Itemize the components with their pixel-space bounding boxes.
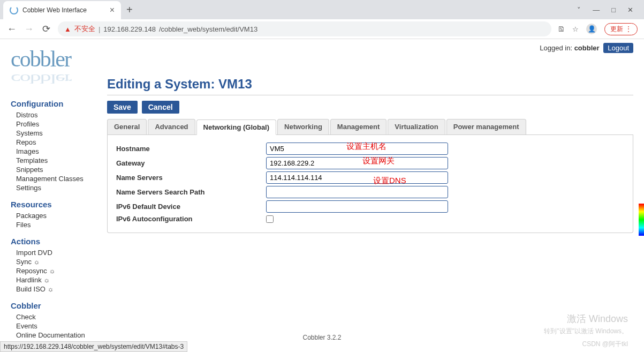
sidebar-item-settings[interactable]: Settings: [11, 183, 102, 192]
sidebar-item-reposync[interactable]: Reposync ☼: [11, 266, 102, 275]
watermark-csdn: CSDN @阿干tkl: [582, 340, 628, 349]
annotation-hostname: 设置主机名: [346, 141, 387, 152]
logo: cobbler: [11, 48, 102, 70]
color-bar-decoration: [639, 204, 644, 236]
login-info: Logged in: cobbler Logout: [540, 44, 633, 52]
divider: [107, 95, 633, 95]
tab-general[interactable]: General: [107, 119, 147, 134]
sidebar-item-repos[interactable]: Repos: [11, 138, 102, 147]
sidebar-item-distros[interactable]: Distros: [11, 110, 102, 119]
translate-icon[interactable]: 🖻: [558, 25, 565, 33]
sidebar-heading-configuration: Configuration: [11, 99, 102, 108]
logout-button[interactable]: Logout: [603, 43, 633, 53]
watermark-activate-sub: 转到"设置"以激活 Windows。: [544, 327, 628, 336]
tab-advanced[interactable]: Advanced: [148, 119, 195, 134]
security-warning: 不安全: [74, 24, 95, 34]
tab-management[interactable]: Management: [330, 119, 387, 134]
logged-in-label: Logged in:: [540, 44, 574, 52]
cancel-button[interactable]: Cancel: [142, 101, 179, 114]
ns-search-input[interactable]: [266, 186, 448, 198]
gateway-input[interactable]: [266, 157, 448, 169]
sidebar-heading-resources: Resources: [11, 200, 102, 209]
tab-title: Cobbler Web Interface: [22, 6, 105, 14]
sidebar-item-templates[interactable]: Templates: [11, 156, 102, 165]
save-button[interactable]: Save: [107, 101, 138, 114]
favicon-icon: [10, 6, 18, 14]
profile-avatar-icon[interactable]: 👤: [586, 24, 597, 34]
sidebar-heading-actions: Actions: [11, 237, 102, 246]
reload-button[interactable]: ⟳: [41, 23, 51, 35]
sidebar-item-events[interactable]: Events: [11, 321, 102, 331]
update-button[interactable]: 更新⋮: [604, 23, 638, 35]
hostname-label: Hostname: [116, 145, 266, 153]
status-bar: https://192.168.229.148/cobbler_web/syst…: [0, 341, 187, 352]
sidebar-item-sync[interactable]: Sync ☼: [11, 257, 102, 266]
name-servers-label: Name Servers: [116, 174, 266, 182]
tab-networking-global[interactable]: Networking (Global): [196, 119, 277, 135]
url-host: 192.168.229.148: [103, 25, 156, 33]
sidebar-item-systems[interactable]: Systems: [11, 129, 102, 138]
sidebar: cobbler cobbler Configuration Distros Pr…: [11, 44, 102, 341]
tab-close-icon[interactable]: ×: [110, 5, 115, 15]
ipv6-autoconf-checkbox[interactable]: [266, 215, 274, 223]
url-path: /cobbler_web/system/edit/VM13: [159, 25, 257, 33]
ns-search-label: Name Servers Search Path: [116, 188, 266, 196]
tab-networking[interactable]: Networking: [277, 119, 329, 134]
page-title: Editing a System: VM13: [107, 77, 633, 92]
browser-tab[interactable]: Cobbler Web Interface ×: [3, 1, 121, 19]
tab-power-management[interactable]: Power management: [446, 119, 526, 134]
window-close-icon[interactable]: ✕: [627, 6, 633, 14]
logo-reflection: cobbler: [11, 71, 102, 87]
sidebar-item-check[interactable]: Check: [11, 312, 102, 321]
bookmark-icon[interactable]: ☆: [572, 25, 579, 33]
sidebar-item-snippets[interactable]: Snippets: [11, 165, 102, 174]
watermark-activate: 激活 Windows: [567, 312, 628, 325]
warning-icon: ▲: [64, 25, 71, 33]
username: cobbler: [574, 44, 600, 52]
tab-virtualization[interactable]: Virtualization: [388, 119, 445, 134]
main-content: Editing a System: VM13 Save Cancel Gener…: [102, 44, 633, 341]
window-minimize-icon[interactable]: —: [593, 6, 600, 14]
ipv6-default-input[interactable]: [266, 200, 448, 213]
tabs: General Advanced Networking (Global) Net…: [107, 119, 633, 135]
tab-bar: Cobbler Web Interface × + ˅ — □ ✕: [0, 0, 644, 19]
name-servers-input[interactable]: [266, 171, 448, 184]
annotation-gateway: 设置网关: [362, 156, 395, 166]
window-controls: ˅ — □ ✕: [577, 6, 644, 14]
forward-button[interactable]: →: [24, 24, 34, 35]
window-maximize-icon[interactable]: □: [611, 6, 616, 14]
sidebar-item-build-iso[interactable]: Build ISO ☼: [11, 284, 102, 294]
annotation-dns: 设置DNS: [373, 176, 406, 186]
url-field[interactable]: ▲ 不安全 | 192.168.229.148/cobbler_web/syst…: [58, 21, 551, 36]
new-tab-button[interactable]: +: [126, 4, 133, 16]
sidebar-item-images[interactable]: Images: [11, 147, 102, 156]
sidebar-item-import-dvd[interactable]: Import DVD: [11, 248, 102, 257]
back-button[interactable]: ←: [6, 24, 17, 35]
sidebar-item-management-classes[interactable]: Management Classes: [11, 174, 102, 183]
sidebar-item-packages[interactable]: Packages: [11, 211, 102, 220]
sidebar-item-files[interactable]: Files: [11, 220, 102, 229]
url-bar: ← → ⟳ ▲ 不安全 | 192.168.229.148/cobbler_we…: [0, 19, 644, 39]
sidebar-item-hardlink[interactable]: Hardlink ☼: [11, 275, 102, 284]
window-dropdown-icon[interactable]: ˅: [577, 6, 581, 14]
gateway-label: Gateway: [116, 159, 266, 167]
sidebar-heading-cobbler: Cobbler: [11, 301, 102, 310]
ipv6-autoconf-label: IPv6 Autoconfiguration: [116, 215, 266, 223]
sidebar-item-profiles[interactable]: Profiles: [11, 119, 102, 129]
url-separator: |: [99, 25, 100, 33]
browser-chrome: Cobbler Web Interface × + ˅ — □ ✕ ← → ⟳ …: [0, 0, 644, 39]
tab-panel: Hostname 设置主机名 Gateway 设置网关 Name Servers…: [107, 135, 633, 233]
ipv6-default-label: IPv6 Default Device: [116, 203, 266, 211]
